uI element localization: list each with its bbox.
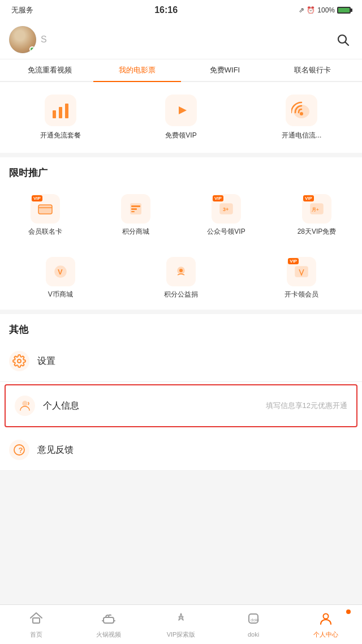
svg-line-1: [346, 42, 349, 46]
feedback-label: 意见反馈: [37, 444, 353, 456]
limited-icon-2: VIP 3+: [212, 194, 241, 224]
limited-item-6[interactable]: VIP 开卡领会员: [242, 251, 362, 305]
svg-point-22: [179, 269, 183, 272]
svg-point-35: [324, 613, 329, 619]
limited-item-2[interactable]: VIP 3+ 公众号领VIP: [181, 188, 272, 242]
hotpot-icon: [101, 611, 116, 629]
svg-text:doki: doki: [251, 617, 259, 622]
service-icon-2: [286, 95, 317, 126]
bottom-nav-vip[interactable]: VIP探索版: [145, 605, 217, 644]
username: S: [41, 35, 47, 45]
alarm-icon: ⏰: [307, 6, 315, 14]
doki-label: doki: [248, 631, 259, 638]
svg-rect-4: [65, 104, 68, 118]
svg-rect-28: [33, 618, 40, 623]
profile-hint: 填写信息享12元优惠开通: [266, 401, 347, 411]
other-section-title: 其他: [0, 314, 362, 341]
battery-icon: [337, 7, 351, 14]
service-item-2[interactable]: 开通电信流...: [242, 88, 362, 147]
svg-point-24: [18, 359, 21, 363]
svg-rect-2: [53, 110, 56, 118]
profile-nav-label: 个人中心: [313, 630, 338, 639]
service-icon-0: [45, 95, 76, 126]
profile-notification-dot: [346, 609, 351, 614]
limited-icon-6: VIP: [287, 257, 316, 286]
settings-label: 设置: [37, 355, 353, 367]
limited-icon-0: VIP: [31, 194, 60, 224]
svg-rect-14: [131, 211, 135, 212]
service-label-2: 开通电信流...: [282, 131, 321, 140]
other-section: 其他 设置 个人信息 填写信息享12元优惠开通 ?: [0, 314, 362, 471]
menu-item-profile[interactable]: 个人信息 填写信息享12元优惠开通: [5, 384, 357, 427]
battery-percent: 100%: [317, 6, 335, 14]
svg-point-25: [23, 401, 27, 406]
limited-item-1[interactable]: 积分商城: [90, 188, 181, 242]
bottom-nav-hotpot[interactable]: 火锅视频: [72, 605, 145, 644]
limited-item-3[interactable]: VIP 月+ 28天VIP免费: [272, 188, 362, 242]
header: S: [0, 20, 362, 59]
svg-text:?: ?: [19, 446, 23, 454]
bottom-nav-doki[interactable]: doki doki: [217, 605, 290, 644]
svg-rect-8: [38, 205, 52, 214]
service-label-0: 开通免流套餐: [40, 131, 81, 140]
doki-icon: doki: [246, 611, 261, 629]
menu-item-feedback[interactable]: ? 意见反馈: [0, 430, 362, 471]
search-icon: [336, 33, 350, 46]
bottom-nav-home[interactable]: 首页: [0, 605, 72, 644]
nav-tab-2[interactable]: 免费WIFI: [181, 59, 269, 81]
limited-label-1: 积分商城: [122, 227, 149, 237]
limited-label-0: 会员联名卡: [28, 227, 62, 237]
bottom-nav-profile[interactable]: 个人中心: [290, 605, 362, 644]
limited-item-4[interactable]: V V币商城: [0, 251, 120, 305]
hotpot-label: 火锅视频: [96, 630, 121, 639]
search-button[interactable]: [333, 29, 353, 50]
home-icon: [29, 611, 44, 629]
service-item-0[interactable]: 开通免流套餐: [0, 88, 120, 147]
svg-point-7: [300, 112, 303, 115]
svg-rect-29: [104, 617, 114, 623]
svg-marker-32: [179, 613, 183, 620]
svg-rect-3: [59, 107, 62, 118]
limited-label-3: 28天VIP免费: [298, 227, 337, 237]
feedback-icon: ?: [12, 443, 26, 457]
menu-item-settings[interactable]: 设置: [0, 341, 362, 382]
avatar[interactable]: [9, 26, 36, 53]
limited-icon-4: V: [46, 257, 75, 286]
nav-tab-0[interactable]: 免流重看视频: [6, 59, 93, 81]
service-icon-1: [165, 95, 197, 126]
service-item-1[interactable]: 免费领VIP: [120, 88, 241, 147]
limited-icon-3: VIP 月+: [302, 194, 331, 224]
limited-label-4: V币商城: [48, 290, 73, 299]
avatar-area[interactable]: S: [9, 26, 47, 53]
service-label-1: 免费领VIP: [165, 131, 196, 140]
settings-icon-wrap: [9, 351, 29, 371]
limited-section: 限时推广 VIP 会员联名卡 积分商: [0, 157, 362, 310]
svg-text:V: V: [58, 268, 63, 276]
service-grid: 开通免流套餐 免费领VIP 开通电信流...: [0, 82, 362, 153]
limited-item-5[interactable]: 积分公益捐: [120, 251, 241, 305]
home-label: 首页: [30, 630, 42, 639]
status-signal: 无服务: [11, 5, 33, 15]
location-icon: ⇗: [299, 6, 304, 14]
svg-rect-12: [131, 205, 140, 207]
online-dot: [29, 46, 35, 52]
profile-label: 个人信息: [43, 400, 258, 412]
status-right-icons: ⇗ ⏰ 100%: [299, 6, 351, 14]
svg-text:3+: 3+: [223, 207, 229, 212]
svg-text:月+: 月+: [312, 207, 319, 212]
bottom-nav: 首页 火锅视频 VIP探索版 doki doki: [0, 604, 362, 644]
svg-rect-13: [131, 208, 137, 210]
nav-tab-1[interactable]: 我的电影票: [93, 59, 181, 82]
nav-tab-3[interactable]: 联名银行卡: [269, 59, 356, 81]
profile-icon: [18, 399, 32, 413]
limited-label-2: 公众号领VIP: [207, 227, 245, 237]
nav-tabs: 免流重看视频 我的电影票 免费WIFI 联名银行卡: [0, 59, 362, 82]
limited-icon-1: [121, 194, 150, 224]
limited-item-0[interactable]: VIP 会员联名卡: [0, 188, 90, 242]
limited-label-6: 开卡领会员: [285, 290, 318, 299]
profile-nav-icon: [318, 611, 333, 629]
settings-icon: [12, 354, 26, 368]
status-time: 16:16: [154, 5, 178, 15]
vip-icon: [174, 611, 188, 629]
limited-label-5: 积分公益捐: [164, 290, 198, 299]
